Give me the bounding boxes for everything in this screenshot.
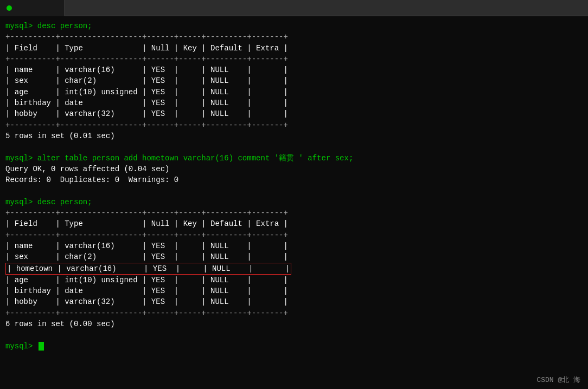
terminal-line: +----------+------------------+------+--… [5,54,583,64]
watermark: CSDN @北 海 [536,375,580,385]
terminal-line: | name | varchar(16) | YES | | NULL | | [5,64,583,75]
terminal-line: +----------+------------------+------+--… [5,208,583,218]
tab-status-dot [7,5,12,11]
terminal-line: | hobby | varchar(32) | YES | | NULL | | [5,296,583,307]
terminal-line: | birthday | date | YES | | NULL | | [5,286,583,296]
cursor [39,342,44,351]
terminal-line: 6 rows in set (0.00 sec) [5,319,583,329]
terminal-line: | sex | char(2) | YES | | NULL | | [5,75,583,86]
terminal-line: 5 rows in set (0.01 sec) [5,131,583,141]
terminal-line: +----------+------------------+------+--… [5,230,583,241]
blank-line [5,329,583,340]
terminal-line: Query OK, 0 rows affected (0.04 sec) [5,164,583,174]
blank-line [5,185,583,196]
terminal-area[interactable]: mysql> desc person;+----------+---------… [0,16,588,389]
terminal-line: +----------+------------------+------+--… [5,120,583,131]
terminal-line: | sex | char(2) | YES | | NULL | | [5,251,583,262]
terminal-line: | Field | Type | Null | Key | Default | … [5,218,583,229]
terminal-line: Records: 0 Duplicates: 0 Warnings: 0 [5,174,583,185]
terminal-line: mysql> desc person; [5,21,583,31]
blank-line [5,141,583,152]
terminal-line: | age | int(10) unsigned | YES | | NULL … [5,87,583,98]
terminal-line: +----------+------------------+------+--… [5,308,583,319]
title-bar [0,0,588,16]
terminal-tab[interactable] [0,0,65,16]
terminal-line: mysql> alter table person add hometown v… [5,153,583,164]
terminal-line: | name | varchar(16) | YES | | NULL | | [5,241,583,251]
terminal-line: | birthday | date | YES | | NULL | | [5,98,583,108]
terminal-line: | hobby | varchar(32) | YES | | NULL | | [5,108,583,119]
prompt-line: mysql> [5,341,583,352]
highlighted-row: | hometown | varchar(16) | YES | | NULL … [5,263,583,275]
terminal-line: mysql> desc person; [5,197,583,208]
terminal-line: | age | int(10) unsigned | YES | | NULL … [5,275,583,286]
terminal-line: | Field | Type | Null | Key | Default | … [5,43,583,54]
terminal-line: +----------+------------------+------+--… [5,31,583,42]
